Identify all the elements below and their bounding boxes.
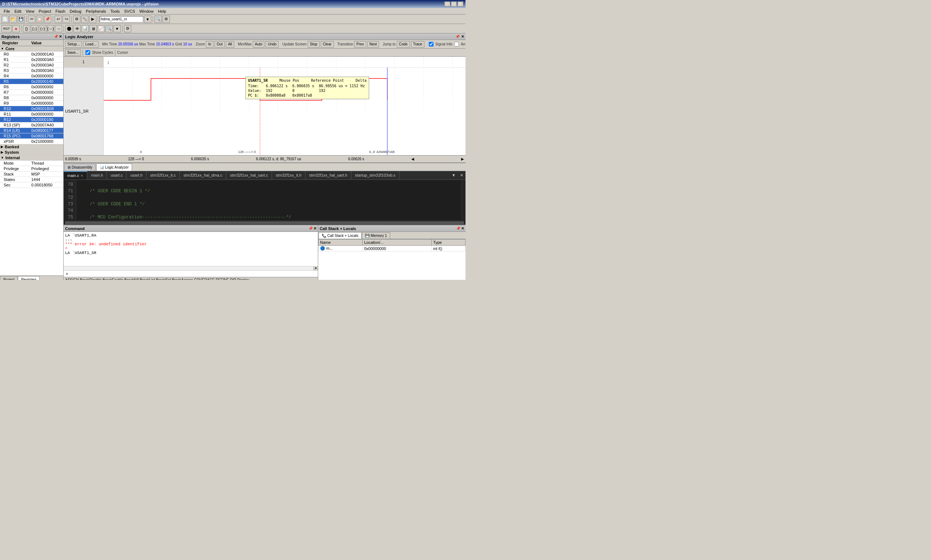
reg-row-r14[interactable]: R14 (LR) 0x08000177	[0, 128, 63, 133]
setup-button[interactable]: Setup...	[65, 41, 82, 48]
reg-row-r5[interactable]: R5 0x20000140	[0, 79, 63, 84]
stepinto-btn[interactable]: {↓}	[31, 25, 38, 32]
menu-item-window[interactable]: Window	[137, 9, 156, 14]
menu-item-help[interactable]: Help	[156, 9, 168, 14]
disassembly-tab[interactable]: ⊞ Disassembly	[65, 163, 96, 171]
more-btn[interactable]: ▼	[114, 25, 121, 32]
code-button[interactable]: Code	[397, 41, 410, 48]
reg-group-internal[interactable]: ▼ Internal	[0, 155, 63, 161]
registers-pin-icon[interactable]: 📌	[54, 34, 58, 38]
callstack-close-icon[interactable]: ✕	[461, 226, 464, 231]
reg-row-r6[interactable]: R6 0x00000000	[0, 84, 63, 90]
reg-row-r12[interactable]: R12 0x20000180	[0, 117, 63, 123]
reg-row-r13[interactable]: R13 (SP) 0x20007A40	[0, 123, 63, 128]
reg-row-r0[interactable]: R0 0x200001A0	[0, 52, 63, 57]
next-button[interactable]: Next	[367, 41, 379, 48]
menu-item-edit[interactable]: Edit	[12, 9, 24, 14]
reg-row-r7[interactable]: R7 0x00000000	[0, 90, 63, 95]
reg-row-r3[interactable]: R3 0x200003A0	[0, 68, 63, 74]
redo-btn[interactable]: ↪	[63, 15, 70, 23]
stepout-btn[interactable]: {↑}	[39, 25, 46, 32]
stop-button[interactable]: Stop	[308, 41, 320, 48]
menu-item-svcs[interactable]: SVCS	[122, 9, 137, 14]
step-btn[interactable]: {}	[23, 25, 30, 32]
rst-btn[interactable]: RST	[2, 25, 12, 32]
minimize-button[interactable]: ─	[444, 2, 450, 6]
cs-row-1[interactable]: 🔵 m... 0x00000000 int f()	[319, 246, 466, 251]
open-btn[interactable]: 📂	[9, 15, 17, 23]
reg-row-stack[interactable]: Stack MSP	[0, 172, 63, 177]
menu-item-file[interactable]: File	[2, 9, 12, 14]
reg-row-r8[interactable]: R8 0x00000000	[0, 95, 63, 101]
build-btn[interactable]: ⚙	[73, 15, 80, 23]
mem-btn[interactable]: 🖥	[89, 25, 97, 32]
menu-item-peripherals[interactable]: Peripherals	[84, 9, 108, 14]
auto-button[interactable]: Auto	[253, 41, 265, 48]
la-scroll-left[interactable]: ◀	[411, 157, 414, 161]
reg-group-system[interactable]: ▶ System	[0, 150, 63, 155]
file-tab-stm32-it-c[interactable]: stm32f1xx_it.c	[146, 171, 180, 180]
reg-row-mode[interactable]: Mode Thread	[0, 161, 63, 166]
target-btn[interactable]: ▼	[144, 15, 151, 23]
file-tab-stm32-hal-uart[interactable]: stm32f1xx_hal_uart.c	[226, 171, 272, 180]
show-cycles-check[interactable]	[85, 50, 90, 55]
file-tab-stm32-hal-uart-h[interactable]: stm32f1xx_hal_uart.h	[305, 171, 351, 180]
menu-item-view[interactable]: View	[24, 9, 37, 14]
callstack-pin-icon[interactable]: 📌	[456, 226, 461, 231]
reg-row-r2[interactable]: R2 0x200003A0	[0, 63, 63, 68]
la-close-icon[interactable]: ✕	[461, 34, 464, 38]
file-tab-main-c[interactable]: main.c ✕	[64, 171, 87, 180]
logic-analyzer-view-tab[interactable]: 📊 Logic Analyzer	[96, 163, 132, 171]
file-tab-startup[interactable]: startup_stm32f103xb.s	[351, 171, 399, 180]
trace-button[interactable]: Trace	[411, 41, 424, 48]
reg-group-banked[interactable]: ▶ Banked	[0, 144, 63, 150]
trace-btn[interactable]: 🔍	[105, 25, 113, 32]
cmd-scroll-down[interactable]: ▼	[313, 266, 318, 270]
zoom-out-button[interactable]: Out	[214, 41, 225, 48]
menu-item-debug[interactable]: Debug	[68, 9, 84, 14]
cmd-hscroll[interactable]	[64, 266, 313, 270]
save-button[interactable]: Save...	[65, 49, 81, 56]
run-btn[interactable]: ●	[12, 25, 20, 32]
command-input[interactable]	[70, 271, 317, 276]
memory1-tab[interactable]: 💾 Memory 1	[362, 232, 390, 239]
undo-zoom-button[interactable]: Undo	[265, 41, 279, 48]
close-button[interactable]: ✕	[458, 2, 463, 6]
command-pin-icon[interactable]: 📌	[308, 226, 313, 231]
save-btn[interactable]: 💾	[17, 15, 25, 23]
logic-btn[interactable]: 📊	[82, 25, 89, 32]
reg-row-states[interactable]: States 1444	[0, 177, 63, 182]
menu-item-tools[interactable]: Tools	[108, 9, 122, 14]
rebuild-btn[interactable]: 🔨	[81, 15, 88, 23]
file-tabs-close-all[interactable]: ✕	[458, 173, 466, 178]
perf-btn[interactable]: 📈	[97, 25, 105, 32]
code-content[interactable]: /* USER CODE BEGIN 1 */ /* USER CODE END…	[76, 180, 461, 220]
menu-item-flash[interactable]: Flash	[54, 9, 68, 14]
runto-btn[interactable]: {→}	[47, 25, 54, 32]
reg-row-sec[interactable]: Sec 0.00018050	[0, 182, 63, 188]
zoom-in-button[interactable]: In	[206, 41, 213, 48]
signal-info-check[interactable]	[429, 42, 433, 46]
reg-row-privilege[interactable]: Privilege Privileged	[0, 166, 63, 172]
reg-row-r4[interactable]: R4 0x00000000	[0, 74, 63, 79]
debug-btn[interactable]: ▶	[89, 15, 96, 23]
reg-row-r1[interactable]: R1 0x200003A0	[0, 57, 63, 63]
file-tab-usart-h[interactable]: usart.h	[126, 171, 146, 180]
target-select[interactable]	[100, 16, 143, 23]
registers-close-icon[interactable]: ✕	[59, 34, 62, 38]
clear-button[interactable]: Clear	[321, 41, 334, 48]
file-tab-stm32-it-h[interactable]: stm32f1xx_it.h	[272, 171, 305, 180]
code-hscrollbar[interactable]	[64, 220, 466, 225]
callstack-locals-tab[interactable]: 📞 Call Stack + Locals	[319, 232, 362, 239]
new-btn[interactable]: 📄	[2, 15, 9, 23]
file-tab-main-h[interactable]: main.h	[87, 171, 107, 180]
file-tabs-more[interactable]: ▼	[450, 173, 458, 177]
waveform-area[interactable]: 1 0 128 ——> 0 0, d: 4294967168	[104, 57, 466, 155]
undo-btn[interactable]: ↩	[54, 15, 62, 23]
reg-row-xpsr[interactable]: xPSR 0x21000000	[0, 139, 63, 144]
settings-btn[interactable]: ⚙	[124, 25, 131, 32]
load-button[interactable]: Load...	[83, 41, 99, 48]
file-tab-stm32-hal-dma[interactable]: stm32f1xx_hal_dma.c	[180, 171, 226, 180]
reg-group-core[interactable]: ▼ Core	[0, 46, 63, 52]
search-btn[interactable]: 🔍	[154, 15, 162, 23]
